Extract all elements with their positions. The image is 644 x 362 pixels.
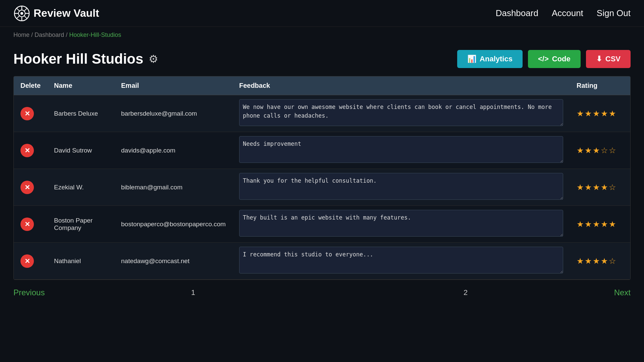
- page-header: Hooker Hill Studios ⚙ 📊 Analytics </> Co…: [13, 50, 631, 68]
- stars-4: ★★★★☆: [577, 256, 617, 265]
- stars-0: ★★★★★: [577, 109, 617, 118]
- page-title: Hooker Hill Studios: [13, 51, 143, 67]
- nav-account[interactable]: Account: [552, 8, 583, 18]
- feedback-cell: Needs improvement: [232, 132, 570, 169]
- code-button[interactable]: </> Code: [528, 50, 581, 68]
- rating-cell: ★★★★★: [570, 95, 630, 132]
- code-icon: </>: [538, 55, 549, 63]
- col-header-delete: Delete: [14, 76, 47, 95]
- feedback-textarea-4[interactable]: I recommend this studio to everyone...: [239, 247, 563, 274]
- analytics-icon: 📊: [467, 55, 476, 63]
- feedback-textarea-2[interactable]: Thank you for the helpful consultation.: [239, 173, 563, 200]
- table-row: ✕ Barbers Deluxe barbersdeluxe@gmail.com…: [14, 95, 630, 132]
- breadcrumb-dashboard[interactable]: Dashboard: [35, 32, 64, 38]
- page-2[interactable]: 2: [464, 288, 468, 297]
- col-header-name: Name: [47, 76, 114, 95]
- rating-cell: ★★★★★: [570, 206, 630, 243]
- breadcrumb-sep1: /: [31, 32, 35, 38]
- delete-button-2[interactable]: ✕: [20, 181, 34, 194]
- page-1[interactable]: 1: [191, 288, 195, 297]
- action-buttons: 📊 Analytics </> Code ⬇ CSV: [457, 50, 631, 68]
- table-row: ✕ David Sutrow davids@apple.com Needs im…: [14, 132, 630, 169]
- svg-point-6: [20, 12, 23, 15]
- feedback-cell: We now have our own awesome website wher…: [232, 95, 570, 132]
- email-cell: bibleman@gmail.com: [114, 169, 232, 206]
- delete-cell: ✕: [14, 206, 47, 243]
- feedback-cell: Thank you for the helpful consultation.: [232, 169, 570, 206]
- rating-cell: ★★★★☆: [570, 243, 630, 280]
- stars-1: ★★★☆☆: [577, 146, 617, 155]
- stars-2: ★★★★☆: [577, 183, 617, 192]
- delete-button-0[interactable]: ✕: [20, 107, 34, 120]
- email-cell: bostonpaperco@bostonpaperco.com: [114, 206, 232, 243]
- breadcrumb-current: Hooker-Hill-Studios: [69, 32, 121, 38]
- delete-cell: ✕: [14, 95, 47, 132]
- delete-cell: ✕: [14, 243, 47, 280]
- breadcrumb-sep2: /: [66, 32, 69, 38]
- feedback-cell: I recommend this studio to everyone...: [232, 243, 570, 280]
- pagination: Previous 1 2 Next: [13, 280, 631, 301]
- analytics-button[interactable]: 📊 Analytics: [457, 50, 523, 68]
- nav-signout[interactable]: Sign Out: [597, 8, 631, 18]
- main-nav: Dashboard Account Sign Out: [496, 8, 631, 18]
- svg-line-7: [17, 8, 20, 11]
- name-cell: David Sutrow: [47, 132, 114, 169]
- email-cell: davids@apple.com: [114, 132, 232, 169]
- name-cell: Ezekial W.: [47, 169, 114, 206]
- logo[interactable]: Review Vault: [13, 5, 99, 22]
- delete-button-4[interactable]: ✕: [20, 254, 34, 268]
- email-cell: barbersdeluxe@gmail.com: [114, 95, 232, 132]
- delete-cell: ✕: [14, 169, 47, 206]
- col-header-email: Email: [114, 76, 232, 95]
- svg-line-9: [17, 15, 20, 18]
- csv-button[interactable]: ⬇ CSV: [586, 50, 631, 68]
- table-row: ✕ Ezekial W. bibleman@gmail.com Thank yo…: [14, 169, 630, 206]
- header: Review Vault Dashboard Account Sign Out: [0, 0, 644, 27]
- col-header-feedback: Feedback: [232, 76, 570, 95]
- svg-line-8: [24, 8, 27, 11]
- col-header-rating: Rating: [570, 76, 630, 95]
- name-cell: Barbers Deluxe: [47, 95, 114, 132]
- logo-icon: [13, 5, 30, 22]
- previous-button[interactable]: Previous: [13, 288, 45, 297]
- email-cell: natedawg@comcast.net: [114, 243, 232, 280]
- name-cell: Boston Paper Company: [47, 206, 114, 243]
- rating-cell: ★★★☆☆: [570, 132, 630, 169]
- page-numbers: 1 2: [191, 288, 468, 297]
- feedback-textarea-0[interactable]: We now have our own awesome website wher…: [239, 99, 563, 126]
- stars-3: ★★★★★: [577, 220, 617, 229]
- settings-icon[interactable]: ⚙: [149, 53, 158, 65]
- breadcrumb-home[interactable]: Home: [13, 32, 30, 38]
- page-title-row: Hooker Hill Studios ⚙: [13, 51, 158, 67]
- delete-button-1[interactable]: ✕: [20, 144, 34, 157]
- delete-button-3[interactable]: ✕: [20, 218, 34, 231]
- svg-line-10: [24, 15, 27, 18]
- logo-text: Review Vault: [34, 7, 99, 19]
- delete-cell: ✕: [14, 132, 47, 169]
- table-row: ✕ Boston Paper Company bostonpaperco@bos…: [14, 206, 630, 243]
- feedback-textarea-1[interactable]: Needs improvement: [239, 136, 563, 163]
- table-row: ✕ Nathaniel natedawg@comcast.net I recom…: [14, 243, 630, 280]
- main-content: Hooker Hill Studios ⚙ 📊 Analytics </> Co…: [0, 43, 644, 314]
- table-header-row: Delete Name Email Feedback Rating: [14, 76, 630, 95]
- next-button[interactable]: Next: [614, 288, 631, 297]
- rating-cell: ★★★★☆: [570, 169, 630, 206]
- name-cell: Nathaniel: [47, 243, 114, 280]
- breadcrumb: Home / Dashboard / Hooker-Hill-Studios: [0, 27, 644, 43]
- nav-dashboard[interactable]: Dashboard: [496, 8, 538, 18]
- reviews-table-container: Delete Name Email Feedback Rating ✕ Barb…: [13, 76, 631, 280]
- feedback-textarea-3[interactable]: They built is an epic website with many …: [239, 210, 563, 237]
- download-icon: ⬇: [596, 55, 602, 63]
- feedback-cell: They built is an epic website with many …: [232, 206, 570, 243]
- reviews-table: Delete Name Email Feedback Rating ✕ Barb…: [14, 76, 630, 280]
